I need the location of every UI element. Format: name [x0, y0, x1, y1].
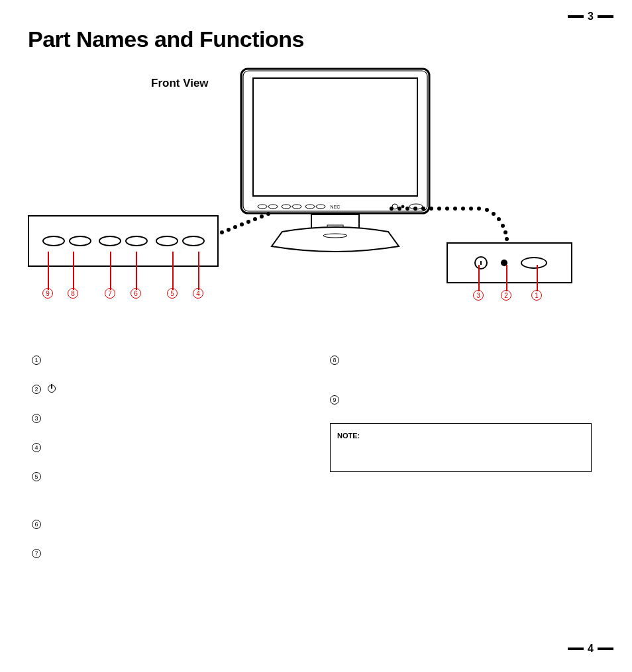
leader-line [198, 252, 199, 290]
dash-icon [568, 15, 584, 18]
svg-point-5 [282, 205, 291, 209]
svg-point-7 [305, 205, 315, 209]
page-number-bottom-value: 4 [588, 643, 594, 655]
leader-line [506, 265, 507, 291]
diagram-front-view: NEC [26, 60, 609, 298]
brand-text: NEC [331, 205, 341, 209]
oval-button-icon [156, 236, 178, 246]
callout-number: 6 [131, 288, 141, 299]
list-item: 8 [330, 354, 602, 365]
item-number: 7 [32, 549, 41, 558]
list-item: 2 [32, 383, 303, 394]
leader-line [478, 265, 480, 291]
dash-icon [598, 648, 613, 650]
dash-icon [568, 648, 584, 650]
list-item: 7 [32, 548, 303, 558]
list-item: 9 [330, 394, 602, 405]
callout-number: 1 [531, 290, 542, 301]
column-left: 1 2 3 4 5 6 7 [32, 354, 303, 577]
leader-line [73, 252, 74, 290]
item-text [48, 383, 56, 393]
svg-point-3 [258, 205, 267, 209]
item-number: 2 [32, 385, 41, 394]
svg-point-14 [323, 234, 347, 238]
leader-line [136, 252, 137, 290]
leader-line [172, 252, 174, 290]
power-button-icon [474, 256, 488, 269]
oval-button-icon [521, 257, 547, 269]
description-columns: 1 2 3 4 5 6 7 [32, 354, 602, 577]
list-item: 5 [32, 471, 303, 481]
list-item: 4 [32, 442, 303, 452]
item-number: 1 [32, 356, 41, 365]
list-item: 3 [32, 412, 303, 423]
item-number: 3 [32, 414, 41, 423]
power-icon [48, 385, 56, 393]
note-label: NOTE: [337, 432, 360, 440]
oval-button-icon [69, 236, 91, 246]
note-box: NOTE: [330, 423, 592, 472]
callout-number: 3 [473, 290, 484, 301]
item-number: 9 [330, 395, 339, 405]
leader-line [537, 265, 538, 291]
oval-button-icon [182, 236, 205, 246]
page-number-top-value: 3 [588, 11, 594, 23]
button-group-right [447, 242, 572, 283]
leader-line [48, 252, 49, 290]
svg-rect-2 [253, 78, 417, 196]
svg-point-8 [316, 205, 325, 209]
svg-point-6 [292, 205, 301, 209]
callout-number: 7 [105, 288, 115, 299]
dash-icon [598, 15, 613, 18]
button-group-left [28, 215, 219, 267]
oval-button-icon [99, 236, 121, 246]
item-number: 6 [32, 520, 41, 529]
dotted-leader-left [220, 212, 280, 238]
page-title: Part Names and Functions [28, 26, 304, 52]
item-number: 8 [330, 356, 339, 365]
page-number-bottom: 4 [568, 643, 613, 655]
item-number: 4 [32, 443, 41, 452]
callout-number: 5 [167, 288, 178, 299]
item-number: 5 [32, 472, 41, 481]
oval-button-icon [125, 236, 148, 246]
callout-number: 9 [42, 288, 53, 299]
oval-button-icon [42, 236, 65, 246]
list-item: 6 [32, 518, 303, 529]
leader-line [110, 252, 111, 290]
column-right: 8 9 NOTE: [330, 354, 602, 577]
callout-number: 8 [68, 288, 78, 299]
list-item: 1 [32, 354, 303, 365]
svg-point-4 [268, 205, 278, 209]
callout-number: 4 [193, 288, 203, 299]
callout-number: 2 [501, 290, 511, 301]
page-number-top: 3 [568, 11, 613, 23]
dotted-leader-right [390, 207, 529, 246]
